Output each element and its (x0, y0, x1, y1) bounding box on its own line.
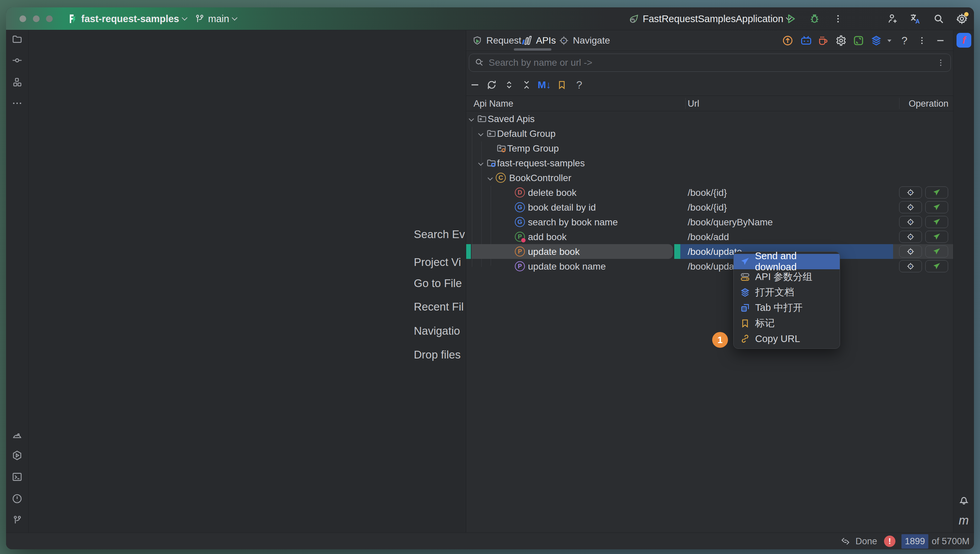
error-indicator[interactable]: ! (884, 533, 895, 549)
project-toolwindow-button[interactable] (12, 34, 22, 45)
kebab-menu-icon (833, 14, 843, 24)
search-icon (933, 13, 945, 24)
upgrade-button[interactable] (782, 35, 793, 46)
tab-request-label: Request (486, 35, 521, 46)
macos-minimize-button[interactable] (33, 16, 40, 22)
build-status-label: Done (856, 536, 877, 547)
bookmark-filter-button[interactable] (557, 80, 567, 89)
tree-row-book-controller[interactable]: C BookController (466, 170, 953, 185)
send-request-button[interactable] (925, 186, 948, 199)
hint-navigation: Navigatio (414, 325, 460, 337)
tree-row-api[interactable]: D delete book /book/{id} (466, 185, 953, 200)
tree-row-api-selected[interactable]: P update book /book/update (466, 244, 953, 259)
debug-button[interactable] (809, 7, 820, 30)
bilibili-button[interactable] (800, 35, 812, 47)
search-everywhere-button[interactable] (933, 7, 945, 30)
problems-toolwindow-button[interactable] (12, 493, 22, 504)
tab-apis[interactable]: APIs (520, 30, 556, 51)
coffee-button[interactable] (817, 35, 828, 46)
refresh-button[interactable] (486, 80, 497, 90)
tab-request[interactable]: Request (472, 30, 521, 51)
send-request-button[interactable] (925, 245, 948, 258)
maven-toolwindow-button[interactable]: m (959, 513, 969, 527)
header-kebab-button[interactable] (917, 36, 927, 45)
search-options-button[interactable] (936, 58, 945, 67)
help-button[interactable]: ? (902, 35, 908, 47)
hint-search-everywhere: Search Ev (414, 228, 465, 241)
menu-item-copy-url[interactable]: Copy URL (734, 331, 840, 346)
settings-button[interactable] (956, 7, 968, 30)
terminal-toolwindow-button[interactable] (12, 471, 22, 482)
right-toolwindow-stripe: f m (953, 30, 974, 533)
memory-indicator[interactable]: 1899 of 5700M (902, 533, 970, 549)
tree-row-api[interactable]: P update book name /book/upda (466, 259, 953, 274)
git-toolwindow-button[interactable] (12, 515, 22, 526)
send-request-button[interactable] (925, 231, 948, 243)
column-api-name[interactable]: Api Name (474, 99, 514, 109)
navigate-to-code-button[interactable] (899, 245, 922, 258)
titlebar: fast-request-samples main FastRequestSam… (6, 7, 974, 30)
tree-row-temp-group[interactable]: Temp Group (466, 141, 953, 156)
services-toolwindow-button[interactable] (12, 450, 22, 461)
build-status[interactable]: Done (840, 533, 877, 549)
navigate-to-code-button[interactable] (899, 260, 922, 272)
collapse-all-button[interactable] (522, 80, 531, 90)
expand-all-button[interactable] (504, 80, 514, 90)
editor-area: Search Ev Project Vi Go to File Recent F… (29, 30, 466, 533)
project-widget[interactable]: fast-request-samples (67, 7, 187, 30)
branch-widget[interactable]: main (195, 7, 236, 30)
tree-row-api[interactable]: G search by book name /book/queryByName (466, 215, 953, 229)
step-badge: 1 (712, 332, 728, 348)
toolbar-help-button[interactable]: ? (576, 79, 582, 91)
api-search-input[interactable]: Search by name or url -> (469, 54, 951, 72)
fast-request-logo-icon (67, 13, 78, 24)
navigate-to-code-button[interactable] (899, 231, 922, 243)
tree-row-api[interactable]: P add book /book/add (466, 229, 953, 244)
code-with-me-button[interactable] (887, 7, 898, 30)
structure-toolwindow-button[interactable] (12, 77, 22, 87)
tree-row-saved-apis[interactable]: Saved Apis (466, 111, 953, 126)
navigate-to-code-button[interactable] (899, 201, 922, 213)
collapse-panel-button[interactable] (470, 80, 480, 90)
sliders-icon (739, 272, 751, 282)
send-request-button[interactable] (925, 201, 948, 213)
hide-toolwindow-button[interactable] (936, 36, 945, 45)
navigate-to-code-button[interactable] (899, 216, 922, 228)
column-operation[interactable]: Operation (908, 99, 948, 109)
dropdown-arrow-icon[interactable] (886, 38, 892, 44)
notifications-button[interactable] (958, 494, 970, 505)
tree-row-api[interactable]: G book detail by id /book/{id} (466, 200, 953, 215)
menu-item-open-in-tab[interactable]: Tab 中打开 (734, 300, 840, 315)
translate-button[interactable]: A (909, 7, 921, 30)
tab-navigate[interactable]: Navigate (559, 30, 610, 51)
send-request-button[interactable] (925, 216, 948, 228)
settings-gear-button[interactable] (835, 35, 847, 46)
send-request-button[interactable] (925, 260, 948, 272)
search-row: Search by name or url -> (466, 51, 953, 74)
hint-go-to-file: Go to File (414, 277, 462, 290)
more-toolwindows-button[interactable] (12, 98, 22, 108)
more-run-options-button[interactable] (833, 7, 843, 30)
markdown-export-button[interactable]: M↓ (538, 79, 551, 91)
endpoints-toolwindow-button[interactable] (12, 430, 22, 440)
menu-item-send-and-download[interactable]: Send and download (734, 254, 840, 269)
tree-row-module[interactable]: fast-request-samples (466, 156, 953, 170)
hint-drop-files: Drop files (414, 349, 460, 361)
modified-dot-badge (521, 238, 525, 242)
run-configuration-widget[interactable]: FastRequestSamplesApplication (629, 7, 791, 30)
docs-layers-button[interactable] (871, 35, 882, 46)
navigate-to-code-button[interactable] (899, 186, 922, 199)
hint-recent-files: Recent Fil (414, 301, 464, 313)
selection-marker (674, 244, 680, 259)
fast-request-toolwindow-button[interactable]: f (956, 33, 971, 48)
tree-row-default-group[interactable]: Default Group (466, 126, 953, 141)
wechat-scan-button[interactable] (853, 35, 864, 46)
toolwindow-tabs: Request APIs Navigate ? (466, 30, 953, 51)
macos-zoom-button[interactable] (46, 16, 53, 22)
menu-item-mark[interactable]: 标记 (734, 315, 840, 331)
menu-item-open-docs[interactable]: 打开文档 (734, 285, 840, 300)
run-button[interactable] (785, 7, 797, 30)
macos-close-button[interactable] (19, 16, 26, 22)
commit-toolwindow-button[interactable] (12, 55, 22, 66)
column-url[interactable]: Url (688, 99, 699, 109)
